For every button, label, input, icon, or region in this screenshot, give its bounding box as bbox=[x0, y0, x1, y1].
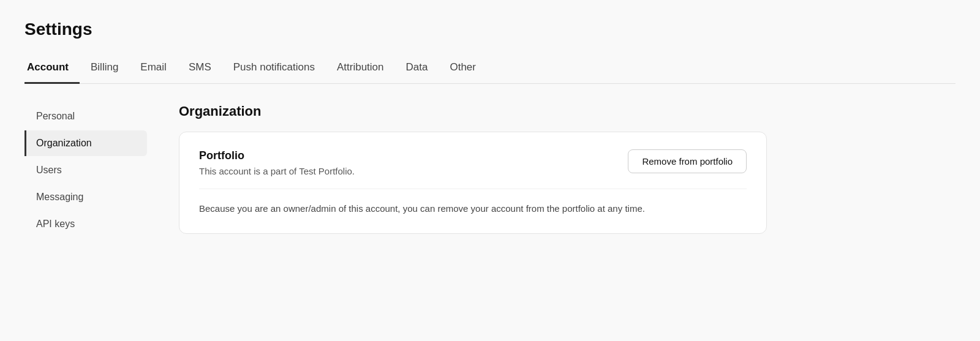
sidebar: Personal Organization Users Messaging AP… bbox=[24, 103, 159, 238]
section-title: Organization bbox=[179, 103, 956, 119]
portfolio-title: Portfolio bbox=[199, 149, 608, 162]
portfolio-card: Portfolio This account is a part of Test… bbox=[179, 132, 767, 234]
content-area: Personal Organization Users Messaging AP… bbox=[24, 103, 956, 238]
sidebar-item-api-keys[interactable]: API keys bbox=[24, 211, 147, 237]
tab-email[interactable]: Email bbox=[129, 54, 178, 84]
sidebar-item-messaging[interactable]: Messaging bbox=[24, 184, 147, 210]
page-title: Settings bbox=[24, 20, 956, 39]
tab-push-notifications[interactable]: Push notifications bbox=[222, 54, 326, 84]
sidebar-item-personal[interactable]: Personal bbox=[24, 103, 147, 129]
card-header: Portfolio This account is a part of Test… bbox=[199, 149, 747, 176]
tab-other[interactable]: Other bbox=[439, 54, 487, 84]
sidebar-item-users[interactable]: Users bbox=[24, 157, 147, 183]
card-header-left: Portfolio This account is a part of Test… bbox=[199, 149, 608, 176]
portfolio-description: Because you are an owner/admin of this a… bbox=[199, 189, 747, 216]
tab-sms[interactable]: SMS bbox=[178, 54, 222, 84]
remove-from-portfolio-button[interactable]: Remove from portfolio bbox=[628, 149, 747, 173]
tab-account[interactable]: Account bbox=[24, 54, 80, 84]
tab-data[interactable]: Data bbox=[395, 54, 439, 84]
page-wrapper: Settings Account Billing Email SMS Push … bbox=[0, 0, 980, 341]
top-nav: Account Billing Email SMS Push notificat… bbox=[24, 54, 956, 84]
tab-billing[interactable]: Billing bbox=[80, 54, 129, 84]
tab-attribution[interactable]: Attribution bbox=[326, 54, 395, 84]
portfolio-subtitle: This account is a part of Test Portfolio… bbox=[199, 166, 608, 176]
sidebar-item-organization[interactable]: Organization bbox=[24, 130, 147, 156]
main-content: Organization Portfolio This account is a… bbox=[159, 103, 956, 238]
